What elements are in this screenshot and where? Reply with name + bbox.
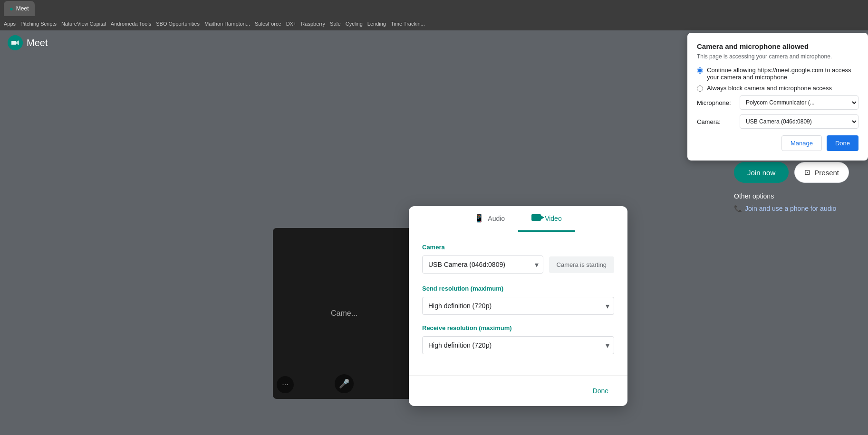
phone-audio-text: Join and use a phone for audio: [745, 205, 836, 212]
camera-select-wrapper: USB Camera (046d:0809) ▾: [422, 255, 543, 274]
bookmark-10[interactable]: Cycling: [346, 21, 363, 27]
tab-video-label: Video: [545, 215, 562, 222]
meet-logo: [8, 35, 23, 50]
video-camera-icon: [531, 214, 541, 221]
permission-buttons: Manage Done: [697, 135, 858, 151]
bookmark-12[interactable]: Time Trackin...: [391, 21, 425, 27]
settings-footer: Done: [409, 375, 627, 406]
camera-select-perm[interactable]: USB Camera (046d:0809): [740, 114, 858, 129]
camera-section-label: Camera: [422, 244, 614, 251]
bookmark-apps[interactable]: Apps: [4, 21, 16, 27]
send-resolution-section: Send resolution (maximum) High definitio…: [422, 285, 614, 315]
meet-favicon: ●: [10, 5, 13, 12]
microphone-select[interactable]: Polycom Communicator (...: [740, 95, 858, 110]
microphone-label: Microphone:: [697, 99, 735, 106]
video-controls: ···: [277, 376, 294, 393]
radio-block-label: Always block camera and microphone acces…: [707, 85, 832, 92]
bookmark-2[interactable]: NatureView Capital: [61, 21, 106, 27]
camera-row: Camera: USB Camera (046d:0809): [697, 114, 858, 129]
active-tab[interactable]: ● Meet: [4, 1, 35, 16]
audio-tab-icon: 📱: [474, 214, 484, 223]
receive-resolution-select-wrap: High definition (720p) ▾: [422, 336, 614, 354]
send-resolution-label: Send resolution (maximum): [422, 285, 614, 292]
radio-continue-label: Continue allowing https://meet.google.co…: [707, 66, 858, 81]
bookmark-7[interactable]: DX+: [286, 21, 297, 27]
tab-title: Meet: [16, 5, 29, 12]
join-buttons-row: Join now ⊡ Present: [734, 162, 849, 183]
tab-video[interactable]: Video: [518, 206, 575, 232]
radio-continue[interactable]: [697, 67, 703, 74]
radio-block-option[interactable]: Always block camera and microphone acces…: [697, 85, 858, 92]
microphone-row: Microphone: Polycom Communicator (...: [697, 95, 858, 110]
video-preview: Came... ··· 🎤: [273, 228, 415, 399]
permission-title: Camera and microphone allowed: [697, 42, 858, 50]
join-now-button[interactable]: Join now: [734, 162, 789, 183]
bookmark-11[interactable]: Lending: [367, 21, 386, 27]
bookmarks-bar: Apps Pitching Scripts NatureView Capital…: [0, 17, 868, 30]
camera-preview-text: Came...: [331, 309, 357, 318]
permission-description: This page is accessing your camera and m…: [697, 53, 858, 60]
receive-resolution-select[interactable]: High definition (720p): [422, 336, 614, 354]
browser-tab-bar: ● Meet: [0, 0, 868, 17]
bookmark-5[interactable]: Maithon Hampton...: [204, 21, 250, 27]
bookmark-6[interactable]: SalesForce: [255, 21, 281, 27]
settings-body: Camera USB Camera (046d:0809) ▾ Camera i…: [409, 232, 627, 375]
more-options-button[interactable]: ···: [277, 376, 294, 393]
present-label: Present: [814, 169, 839, 177]
receive-resolution-label: Receive resolution (maximum): [422, 324, 614, 331]
camera-starting-badge: Camera is starting: [549, 256, 614, 273]
camera-device-row: USB Camera (046d:0809) ▾ Camera is start…: [422, 255, 614, 274]
settings-modal: 📱 Audio Video Camera USB Camera (046d:08…: [409, 206, 627, 406]
camera-label-perm: Camera:: [697, 118, 735, 125]
bookmark-4[interactable]: SBO Opportunities: [156, 21, 200, 27]
send-resolution-select[interactable]: High definition (720p): [422, 297, 614, 315]
bookmark-3[interactable]: Andromeda Tools: [111, 21, 151, 27]
bookmark-8[interactable]: Raspberry: [301, 21, 325, 27]
phone-icon: 📞: [734, 205, 742, 212]
phone-audio-link[interactable]: 📞 Join and use a phone for audio: [734, 205, 849, 212]
manage-button[interactable]: Manage: [781, 135, 822, 151]
meet-header: Meet: [8, 35, 48, 50]
bookmark-1[interactable]: Pitching Scripts: [20, 21, 57, 27]
present-icon: ⊡: [804, 168, 810, 177]
meet-title: Meet: [27, 38, 48, 48]
done-permission-button[interactable]: Done: [827, 135, 858, 151]
done-settings-button[interactable]: Done: [587, 383, 614, 398]
permission-popup: Camera and microphone allowed This page …: [687, 33, 868, 161]
settings-tabs: 📱 Audio Video: [409, 206, 627, 232]
radio-block[interactable]: [697, 85, 703, 92]
receive-resolution-section: Receive resolution (maximum) High defini…: [422, 324, 614, 354]
mic-button[interactable]: 🎤: [335, 374, 354, 393]
camera-device-select[interactable]: USB Camera (046d:0809): [422, 255, 543, 274]
video-tab-icon: [531, 214, 541, 222]
tab-audio[interactable]: 📱 Audio: [461, 206, 518, 232]
app-area: Meet Came... ··· 🎤 Meeting ready Join no…: [0, 30, 868, 435]
other-options-label: Other options: [734, 192, 849, 200]
bookmark-9[interactable]: Safe: [330, 21, 341, 27]
send-resolution-select-wrap: High definition (720p) ▾: [422, 297, 614, 315]
present-button[interactable]: ⊡ Present: [794, 162, 849, 183]
tab-audio-label: Audio: [488, 215, 505, 222]
radio-continue-option[interactable]: Continue allowing https://meet.google.co…: [697, 66, 858, 81]
